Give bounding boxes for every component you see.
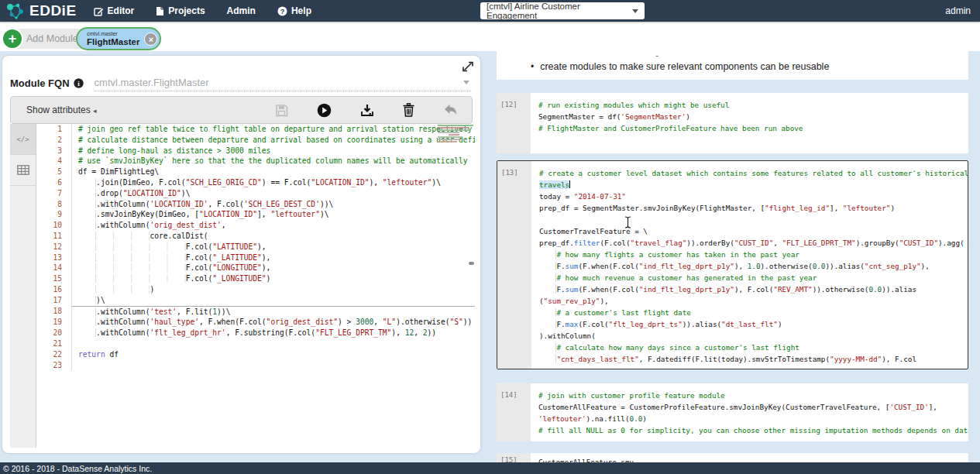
- notebook-cell[interactable]: [12]# run existing modules which might b…: [497, 93, 968, 153]
- code-line[interactable]: F.sum(F.when(F.col("ind_flt_leg_dprt_p1y…: [539, 283, 968, 295]
- code-line[interactable]: [539, 214, 968, 225]
- code-line[interactable]: # FlightMaster and CustomerProfileFeatur…: [538, 122, 968, 134]
- cell-code[interactable]: # run existing modules which might be us…: [531, 93, 968, 153]
- user-menu[interactable]: admin: [945, 5, 971, 16]
- line-number: 19: [36, 317, 72, 328]
- line-number: 16: [36, 284, 72, 295]
- plus-icon: +: [2, 28, 23, 50]
- line-number: 4: [36, 156, 72, 167]
- close-icon[interactable]: ×: [144, 33, 157, 46]
- code-line[interactable]: 5df = DimFlightLeg\: [36, 167, 475, 177]
- code-line[interactable]: CustomerTravelFeature = \: [539, 225, 968, 237]
- code-line[interactable]: # how many flights a customer has taken …: [539, 249, 968, 260]
- code-line[interactable]: 1# join geo ref table twice to flight ta…: [36, 124, 475, 135]
- code-view-button[interactable]: </>: [10, 124, 36, 155]
- code-line[interactable]: 11 core.calDist(: [36, 231, 475, 242]
- code-line[interactable]: 8 .withColumn('LOCATION_ID', F.col('SCH_…: [36, 199, 475, 210]
- question-circle-icon: ?: [277, 6, 287, 16]
- nav-item-admin[interactable]: Admin: [218, 0, 265, 22]
- expand-icon[interactable]: [462, 60, 474, 73]
- cell-code[interactable]: # create a customer level dataset which …: [531, 161, 968, 369]
- code-line[interactable]: 4# use `smvJoinByKey` here so that the t…: [36, 156, 475, 167]
- tab-namespace: cmtvl.master: [87, 31, 139, 37]
- code-line[interactable]: 18 .withColumn('test', F.lit(1))\: [36, 306, 475, 318]
- code-editor: </> 1# join geo ref table twice to fligh…: [10, 124, 475, 448]
- code-line[interactable]: 16 ): [36, 284, 475, 295]
- code-line[interactable]: SegmentMaster = df('SegmentMaster'): [538, 111, 968, 122]
- code-line[interactable]: CustomerAllFeature = CustomerProfileFeat…: [538, 401, 968, 413]
- code-line[interactable]: 22return df: [36, 349, 475, 360]
- cell-code[interactable]: CustomerAllFeature.smv: [531, 453, 968, 462]
- code-line[interactable]: 17 )\: [36, 295, 475, 306]
- code-line[interactable]: 12 F.col("LATITUDE"),: [36, 242, 475, 252]
- module-fqn-value: cmtvl.master.FlightMaster: [95, 77, 209, 88]
- code-line[interactable]: 13 F.col("_LATITUDE"),: [36, 252, 475, 263]
- line-number: 5: [36, 167, 72, 177]
- line-number: 22: [36, 349, 72, 360]
- nav-item-editor[interactable]: Editor: [84, 0, 144, 22]
- code-line[interactable]: 10 .withColumn('orig_dest_dist',: [36, 220, 475, 231]
- line-number: 20: [36, 328, 72, 338]
- save-button[interactable]: [275, 104, 288, 117]
- code-line[interactable]: # fill all NULL as 0 for simplicity, you…: [538, 424, 968, 436]
- line-number: 17: [36, 295, 72, 306]
- eddie-brand[interactable]: EDDiE: [0, 2, 84, 20]
- code-line[interactable]: 15 F.col("_LONGITUDE"): [36, 273, 475, 284]
- code-line[interactable]: # run existing modules which might be us…: [538, 99, 968, 111]
- download-button[interactable]: [360, 104, 374, 117]
- notebook-cell[interactable]: [14]# join with customer profile feature…: [497, 383, 968, 441]
- code-line[interactable]: prep_df = SegmentMaster.smvJoinByKey(Fli…: [539, 202, 968, 214]
- code-line[interactable]: 14 F.col("LONGITUDE"),: [36, 263, 475, 273]
- code-line[interactable]: 6 .join(DimGeo, F.col("SCH_LEG_ORIG_CD")…: [36, 177, 475, 188]
- cell-gutter: [14]: [497, 383, 531, 441]
- code-line[interactable]: 23: [36, 360, 475, 371]
- code-line[interactable]: # a customer's last flight date: [539, 307, 968, 318]
- code-line[interactable]: prep_df.filter(F.col("travel_flag")).ord…: [539, 237, 968, 249]
- code-line[interactable]: 7 .drop("LOCATION_ID")\: [36, 188, 475, 199]
- info-icon[interactable]: i: [74, 78, 84, 88]
- nav-item-help[interactable]: ? Help: [268, 0, 321, 22]
- notebook-cell[interactable]: [15]CustomerAllFeature.smv: [497, 453, 968, 462]
- page-footer: © 2016 - 2018 - DataSense Analytics Inc.: [0, 462, 980, 474]
- code-line[interactable]: 19 .withColumn('haul_type', F.when(F.col…: [36, 317, 475, 328]
- code-line[interactable]: ("sum_rev_p1y"),: [539, 295, 968, 307]
- code-line[interactable]: 'leftouter').na.fill(0.0): [538, 413, 968, 424]
- line-number: 21: [36, 338, 72, 349]
- code-line[interactable]: 21: [36, 338, 475, 349]
- chevron-down-icon: [632, 9, 638, 13]
- code-line[interactable]: # calculate how many days since a custom…: [539, 342, 968, 353]
- show-attributes-toggle[interactable]: Show attributes ◂: [26, 105, 97, 115]
- code-line[interactable]: 9 .smvJoinByKey(DimGeo, ["LOCATION_ID"],…: [36, 209, 475, 220]
- code-line[interactable]: today = "2014-07-31": [539, 191, 968, 202]
- nav-item-label: Help: [291, 5, 311, 16]
- module-fqn-select[interactable]: cmtvl.master.FlightMaster: [95, 74, 471, 91]
- module-fqn-label: Module FQN: [10, 77, 70, 89]
- line-number: 2: [36, 135, 72, 146]
- code-line[interactable]: F.sum(F.when(F.col("ind_flt_leg_dprt_p1y…: [539, 260, 968, 272]
- code-line[interactable]: 3# define long-haul as distance > 3000 m…: [36, 146, 475, 156]
- code-line[interactable]: "cnt_days_last_flt", F.datediff(F.lit(to…: [539, 353, 968, 365]
- notebook-cell[interactable]: [13]# create a customer level dataset wh…: [497, 160, 968, 369]
- line-number: 8: [36, 199, 72, 210]
- project-selector[interactable]: [cmtvl] Airline Customer Engagement: [480, 2, 645, 19]
- line-number: 18: [36, 306, 72, 318]
- code-line[interactable]: 2# calculate distance between departure …: [36, 135, 475, 146]
- code-line[interactable]: 20 .withColumn('flt_leg_dprt_hr', F.subs…: [36, 328, 475, 338]
- table-view-button[interactable]: [10, 155, 36, 186]
- code-line[interactable]: ).withColumn(: [539, 330, 968, 342]
- code-line[interactable]: # join with customer profile feature mod…: [538, 390, 968, 401]
- code-line[interactable]: # how much revenue a customer has genera…: [539, 272, 968, 283]
- editor-scrollbar-thumb[interactable]: [469, 262, 474, 265]
- code-line[interactable]: # create a customer level dataset which …: [539, 167, 968, 179]
- code-line[interactable]: CustomerAllFeature.smv: [538, 456, 968, 462]
- code-line[interactable]: F.max(F.col("flt_leg_dprt_ts")).alias("d…: [539, 318, 968, 330]
- line-number: 9: [36, 209, 72, 220]
- nav-item-projects[interactable]: Projects: [146, 0, 214, 22]
- code-line[interactable]: travels: [539, 179, 968, 191]
- cell-code[interactable]: # join with customer profile feature mod…: [531, 383, 968, 441]
- undo-button[interactable]: [443, 104, 458, 116]
- delete-button[interactable]: [403, 103, 414, 117]
- trash-icon: [403, 103, 414, 117]
- run-button[interactable]: [317, 103, 332, 118]
- tab-flightmaster[interactable]: cmtvl.master FlightMaster ×: [76, 27, 161, 50]
